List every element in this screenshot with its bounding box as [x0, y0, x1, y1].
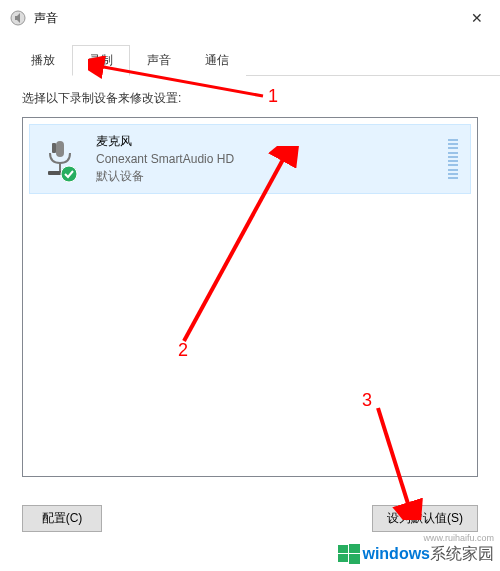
device-status: 默认设备	[96, 168, 440, 185]
svg-rect-1	[56, 141, 64, 157]
svg-rect-12	[338, 545, 348, 553]
close-button[interactable]: ✕	[454, 0, 500, 36]
window-title: 声音	[34, 10, 454, 27]
svg-point-5	[61, 166, 77, 182]
device-icon-wrap	[42, 139, 82, 179]
tab-playback[interactable]: 播放	[14, 45, 72, 76]
instruction-text: 选择以下录制设备来修改设置:	[22, 90, 478, 107]
tab-bar: 播放 录制 声音 通信	[14, 44, 500, 76]
device-text: 麦克风 Conexant SmartAudio HD 默认设备	[96, 133, 440, 185]
set-default-button[interactable]: 设为默认值(S)	[372, 505, 478, 532]
svg-rect-13	[349, 544, 360, 553]
watermark-text-2: 系统家园	[430, 544, 494, 565]
tab-communications[interactable]: 通信	[188, 45, 246, 76]
svg-rect-2	[52, 143, 56, 153]
svg-rect-14	[338, 554, 348, 562]
device-name: 麦克风	[96, 133, 440, 150]
device-description: Conexant SmartAudio HD	[96, 152, 440, 166]
svg-rect-15	[349, 554, 360, 564]
right-button-group: 设为默认值(S)	[372, 505, 478, 532]
speaker-icon	[10, 10, 26, 26]
windows-logo-icon	[338, 543, 360, 565]
watermark-url: www.ruihaifu.com	[423, 533, 494, 543]
close-icon: ✕	[471, 10, 483, 26]
tab-recording[interactable]: 录制	[72, 45, 130, 76]
titlebar: 声音 ✕	[0, 0, 500, 36]
default-check-icon	[60, 165, 78, 183]
tab-sounds[interactable]: 声音	[130, 45, 188, 76]
watermark-brand: windows 系统家园	[338, 543, 494, 565]
device-item-microphone[interactable]: 麦克风 Conexant SmartAudio HD 默认设备	[29, 124, 471, 194]
watermark-text-1: windows	[362, 545, 430, 563]
content-area: 选择以下录制设备来修改设置: 麦克风 Conexant SmartAudio	[0, 76, 500, 491]
device-list-panel[interactable]: 麦克风 Conexant SmartAudio HD 默认设备	[22, 117, 478, 477]
level-meter-icon	[448, 139, 458, 179]
button-row: 配置(C) 设为默认值(S)	[0, 491, 500, 532]
configure-button[interactable]: 配置(C)	[22, 505, 102, 532]
